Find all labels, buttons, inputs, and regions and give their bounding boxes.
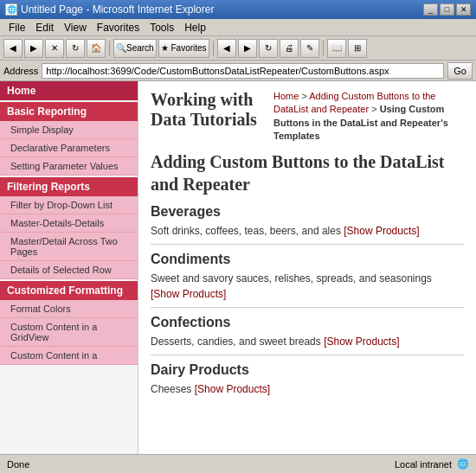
menubar: File Edit View Favorites Tools Help xyxy=(0,19,476,36)
separator-3 xyxy=(323,41,324,56)
sidebar-item-custom-content-gridview[interactable]: Custom Content in a GridView xyxy=(0,318,138,347)
statusbar-right: Local intranet 🌐 xyxy=(395,458,469,470)
sidebar-item-master-details[interactable]: Master-Details-Details xyxy=(0,214,138,233)
forward-button[interactable]: ▶ xyxy=(24,39,43,58)
divider-2 xyxy=(151,307,464,308)
section-text-dairy: Cheeses [Show Products] xyxy=(151,381,464,397)
menu-tools[interactable]: Tools xyxy=(145,21,179,35)
back2-button[interactable]: ◀ xyxy=(217,39,236,58)
addressbar: Address Go xyxy=(0,61,476,81)
sidebar-home[interactable]: Home xyxy=(0,81,138,100)
sidebar-section-customized-formatting[interactable]: Customized Formatting xyxy=(0,281,138,300)
section-text-beverages: Soft drinks, coffees, teas, beers, and a… xyxy=(151,223,464,239)
window-title: Untitled Page - Microsoft Internet Explo… xyxy=(21,3,214,16)
breadcrumb-sep-2: > xyxy=(371,104,379,114)
sidebar-item-filter-dropdown[interactable]: Filter by Drop-Down List xyxy=(0,196,138,214)
section-title-beverages: Beverages xyxy=(151,204,464,220)
sidebar-item-setting-parameter-values[interactable]: Setting Parameter Values xyxy=(0,157,138,176)
separator-1 xyxy=(109,41,110,56)
site-title: Working with Data Tutorials xyxy=(151,90,273,130)
page-header-area: Working with Data Tutorials Home > Addin… xyxy=(151,90,464,144)
refresh2-button[interactable]: ↻ xyxy=(259,39,278,58)
divider-1 xyxy=(151,244,464,245)
edit-button[interactable]: ✎ xyxy=(300,39,319,58)
sidebar-item-details-selected-row[interactable]: Details of Selected Row xyxy=(0,261,138,279)
divider-3 xyxy=(151,355,464,355)
page-title: Adding Custom Buttons to the DataList an… xyxy=(151,150,464,195)
minimize-button[interactable]: _ xyxy=(423,3,438,16)
sidebar-item-format-colors[interactable]: Format Colors xyxy=(0,300,138,318)
show-products-beverages[interactable]: [Show Products] xyxy=(344,225,419,237)
status-text: Done xyxy=(7,459,29,470)
back-button[interactable]: ◀ xyxy=(3,39,23,58)
toolbar: ◀ ▶ ✕ ↻ 🏠 🔍 Search ★ Favorites ◀ ▶ ↻ 🖨 ✎… xyxy=(0,36,476,61)
sidebar-item-simple-display[interactable]: Simple Display xyxy=(0,121,138,139)
breadcrumb-sep-1: > xyxy=(301,91,309,101)
search-label: Search xyxy=(126,43,154,53)
maximize-button[interactable]: □ xyxy=(440,3,454,16)
fwd2-button[interactable]: ▶ xyxy=(238,39,257,58)
grid-button[interactable]: ⊞ xyxy=(348,39,367,58)
search-button[interactable]: 🔍 Search xyxy=(113,39,157,58)
favorites-button[interactable]: ★ Favorites xyxy=(158,39,209,58)
section-text-condiments: Sweet and savory sauces, relishes, sprea… xyxy=(151,271,464,302)
sidebar: Home Basic Reporting Simple Display Decl… xyxy=(0,81,138,454)
section-title-condiments: Condiments xyxy=(151,252,464,267)
research-button[interactable]: 📖 xyxy=(327,39,346,58)
titlebar: 🌐 Untitled Page - Microsoft Internet Exp… xyxy=(0,0,476,19)
section-text-confections: Desserts, candies, and sweet breads [Sho… xyxy=(151,334,464,349)
search-icon: 🔍 xyxy=(116,43,126,53)
refresh-button[interactable]: ↻ xyxy=(66,39,85,58)
sidebar-section-basic-reporting[interactable]: Basic Reporting xyxy=(0,102,138,121)
sidebar-item-declarative-parameters[interactable]: Declarative Parameters xyxy=(0,139,138,157)
zone-icon: 🌐 xyxy=(457,458,469,470)
zone-text: Local intranet xyxy=(395,459,452,470)
menu-view[interactable]: View xyxy=(59,21,92,35)
sidebar-item-custom-content-2[interactable]: Custom Content in a xyxy=(0,347,138,365)
menu-help[interactable]: Help xyxy=(179,21,211,35)
main-content: Working with Data Tutorials Home > Addin… xyxy=(138,81,476,454)
stop-button[interactable]: ✕ xyxy=(45,39,64,58)
separator-2 xyxy=(213,41,214,56)
section-title-dairy: Dairy Products xyxy=(151,362,464,378)
sidebar-section-filtering-reports[interactable]: Filtering Reports xyxy=(0,177,138,196)
show-products-condiments[interactable]: [Show Products] xyxy=(151,288,226,300)
print-button[interactable]: 🖨 xyxy=(280,39,299,58)
window-controls[interactable]: _ □ ✕ xyxy=(423,3,471,16)
address-label: Address xyxy=(3,66,38,76)
statusbar: Done Local intranet 🌐 xyxy=(0,454,476,473)
home-button[interactable]: 🏠 xyxy=(87,39,106,58)
section-title-confections: Confections xyxy=(151,315,464,330)
favorites-label: ★ Favorites xyxy=(161,43,207,53)
menu-file[interactable]: File xyxy=(3,21,30,35)
go-button[interactable]: Go xyxy=(447,62,473,80)
breadcrumb: Home > Adding Custom Buttons to the Data… xyxy=(273,90,464,144)
address-input[interactable] xyxy=(42,63,444,79)
breadcrumb-home[interactable]: Home xyxy=(273,91,299,101)
show-products-dairy[interactable]: [Show Products] xyxy=(195,383,270,395)
app-icon: 🌐 xyxy=(5,3,17,16)
show-products-confections[interactable]: [Show Products] xyxy=(324,336,399,348)
menu-edit[interactable]: Edit xyxy=(30,21,59,35)
close-button[interactable]: ✕ xyxy=(456,3,471,16)
sidebar-item-master-detail-two-pages[interactable]: Master/Detail Across Two Pages xyxy=(0,233,138,261)
page-area: Home Basic Reporting Simple Display Decl… xyxy=(0,81,476,454)
menu-favorites[interactable]: Favorites xyxy=(92,21,145,35)
